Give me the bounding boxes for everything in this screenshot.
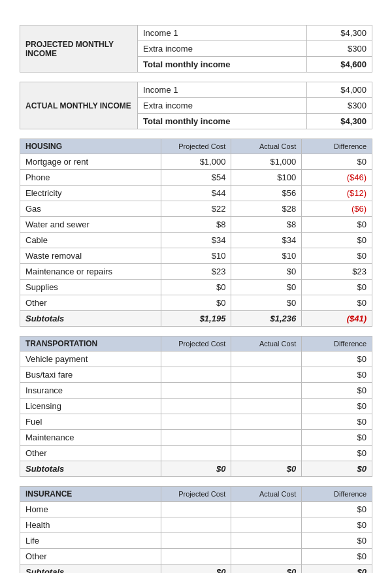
income-row-desc: Total monthly income <box>138 114 307 129</box>
projected-cost: $44 <box>161 186 231 201</box>
difference: $23 <box>302 264 372 280</box>
actual-cost: $34 <box>231 233 302 248</box>
income-row-value: $4,600 <box>307 57 372 73</box>
budget-item: Gas <box>20 201 161 217</box>
income-section-label: PROJECTED MONTHLY INCOME <box>20 25 138 73</box>
difference: $0 <box>302 233 372 248</box>
projected-cost <box>161 367 231 383</box>
subtotal-row: Subtotals$1,195$1,236($41) <box>20 311 372 327</box>
actual-cost: $1,000 <box>231 154 302 170</box>
difference: $0 <box>302 446 372 461</box>
income-row-value: $4,000 <box>307 82 372 98</box>
budget-col-header: Difference <box>302 139 372 154</box>
projected-cost: $10 <box>161 248 231 264</box>
table-row: Vehicle payment$0 <box>20 352 372 367</box>
actual-cost <box>231 383 302 399</box>
income-row-value: $4,300 <box>307 25 372 41</box>
projected-cost <box>161 533 231 549</box>
difference: $0 <box>302 367 372 383</box>
actual-cost: $10 <box>231 248 302 264</box>
income-row-value: $300 <box>307 98 372 114</box>
subtotal-diff: $0 <box>302 461 372 477</box>
income-section-label: ACTUAL MONTHLY INCOME <box>20 82 138 129</box>
difference: $0 <box>302 399 372 414</box>
actual-cost: $56 <box>231 186 302 201</box>
budget-item: Water and sewer <box>20 217 161 233</box>
table-row: Other$0 <box>20 549 372 565</box>
budget-col-header: Difference <box>302 336 372 352</box>
difference: ($12) <box>302 186 372 201</box>
budget-item: Other <box>20 446 161 461</box>
difference: $0 <box>302 517 372 533</box>
table-row: Home$0 <box>20 502 372 517</box>
difference: ($46) <box>302 170 372 186</box>
difference: $0 <box>302 352 372 367</box>
table-row: Maintenance or repairs$23$0$23 <box>20 264 372 280</box>
insurance-table: INSURANCEProjected CostActual CostDiffer… <box>20 486 372 573</box>
budget-item: Cable <box>20 233 161 248</box>
actual-cost <box>231 414 302 430</box>
table-row: Electricity$44$56($12) <box>20 186 372 201</box>
projected-cost <box>161 414 231 430</box>
budget-col-header: Actual Cost <box>231 487 302 502</box>
difference: $0 <box>302 217 372 233</box>
budget-item: Waste removal <box>20 248 161 264</box>
projected-cost: $23 <box>161 264 231 280</box>
actual-cost: $28 <box>231 201 302 217</box>
actual-cost <box>231 446 302 461</box>
table-row: Cable$34$34$0 <box>20 233 372 248</box>
budget-col-header: Actual Cost <box>231 139 302 154</box>
table-row: Phone$54$100($46) <box>20 170 372 186</box>
budget-item: Health <box>20 517 161 533</box>
table-row: Licensing$0 <box>20 399 372 414</box>
table-row: Health$0 <box>20 517 372 533</box>
actual-cost: $0 <box>231 264 302 280</box>
income-row-desc: Income 1 <box>138 25 307 41</box>
housing-table: HOUSINGProjected CostActual CostDifferen… <box>20 139 372 327</box>
subtotal-actual: $0 <box>231 565 302 574</box>
budget-col-header: Projected Cost <box>161 139 231 154</box>
actual-cost <box>231 367 302 383</box>
actual-cost <box>231 549 302 565</box>
income-row-desc: Income 1 <box>138 82 307 98</box>
budget-section-label: TRANSPORTATION <box>20 336 161 352</box>
subtotal-actual: $0 <box>231 461 302 477</box>
actual-cost: $0 <box>231 280 302 295</box>
income-row-desc: Extra income <box>138 41 307 57</box>
table-row: Other$0$0$0 <box>20 295 372 311</box>
difference: $0 <box>302 154 372 170</box>
projected-cost <box>161 430 231 446</box>
projected-cost <box>161 549 231 565</box>
actual-cost <box>231 517 302 533</box>
table-row: Mortgage or rent$1,000$1,000$0 <box>20 154 372 170</box>
difference: $0 <box>302 549 372 565</box>
budget-item: Supplies <box>20 280 161 295</box>
actual-cost <box>231 430 302 446</box>
projected-cost: $8 <box>161 217 231 233</box>
projected-cost: $0 <box>161 295 231 311</box>
table-row: Supplies$0$0$0 <box>20 280 372 295</box>
budget-item: Home <box>20 502 161 517</box>
table-row: Water and sewer$8$8$0 <box>20 217 372 233</box>
budget-item: Maintenance <box>20 430 161 446</box>
budget-item: Life <box>20 533 161 549</box>
difference: $0 <box>302 383 372 399</box>
subtotal-label: Subtotals <box>20 311 161 327</box>
subtotal-diff: ($41) <box>302 311 372 327</box>
subtotal-label: Subtotals <box>20 565 161 574</box>
projected-cost <box>161 399 231 414</box>
projected-cost: $54 <box>161 170 231 186</box>
budget-col-header: Actual Cost <box>231 336 302 352</box>
table-row: Maintenance$0 <box>20 430 372 446</box>
table-row: Other$0 <box>20 446 372 461</box>
budget-item: Phone <box>20 170 161 186</box>
subtotal-row: Subtotals$0$0$0 <box>20 565 372 574</box>
actual-cost <box>231 399 302 414</box>
budget-item: Bus/taxi fare <box>20 367 161 383</box>
income-row-desc: Total monthly income <box>138 57 307 73</box>
actual-cost <box>231 352 302 367</box>
projected-cost <box>161 383 231 399</box>
actual-cost: $100 <box>231 170 302 186</box>
difference: $0 <box>302 280 372 295</box>
budget-col-header: Difference <box>302 487 372 502</box>
